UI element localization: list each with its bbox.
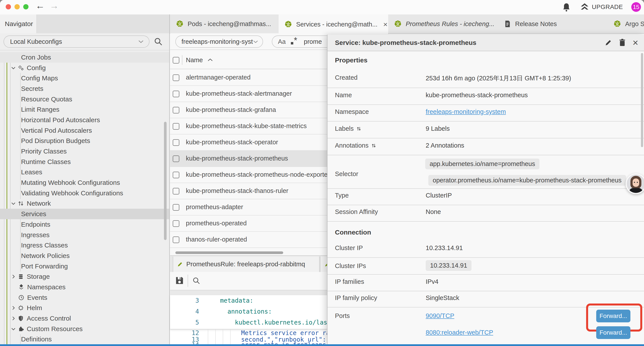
clock-icon — [18, 294, 24, 301]
divider — [182, 55, 182, 65]
property-label: Cluster IPs — [335, 262, 366, 270]
kubeconfig-selector[interactable]: Local Kubeconfigs — [4, 35, 150, 48]
panel-divider[interactable] — [169, 14, 170, 344]
panel-scrollbar[interactable] — [641, 53, 643, 147]
editor-tab-prometheusrule[interactable]: PrometheusRule: freeleaps-prod-rabbitmq — [173, 256, 320, 272]
sidebar-item-config-maps[interactable]: Config Maps — [0, 73, 169, 83]
sidebar-item-priority-classes[interactable]: Priority Classes — [0, 146, 169, 157]
sidebar-item-storage[interactable]: Storage — [0, 271, 169, 282]
tab-label: Argo Se — [625, 20, 644, 27]
sidebar-item-definitions[interactable]: Definitions — [0, 334, 169, 345]
sidebar-item-endpoints[interactable]: Endpoints — [0, 219, 169, 230]
regex-icon[interactable]: * — [291, 38, 297, 45]
sidebar-item-helm[interactable]: Helm — [0, 303, 169, 313]
upgrade-button[interactable]: UPGRADE — [580, 2, 623, 12]
horizontal-scrollbar[interactable] — [175, 251, 283, 254]
row-checkbox[interactable] — [173, 139, 179, 146]
search-icon[interactable] — [154, 37, 163, 46]
row-checkbox[interactable] — [173, 74, 179, 81]
minimize-window-button[interactable] — [14, 4, 20, 9]
close-icon[interactable]: × — [632, 37, 638, 48]
expand-sort-icon[interactable] — [356, 125, 362, 132]
row-checkbox[interactable] — [173, 220, 179, 227]
sidebar-item-network-policies[interactable]: Network Policies — [0, 251, 169, 261]
row-checkbox[interactable] — [173, 123, 179, 130]
line-number: 3 — [170, 297, 199, 304]
divider — [188, 275, 188, 287]
property-value[interactable]: 9 Labels — [426, 125, 450, 132]
sidebar-item-validating-webhook-configurations[interactable]: Validating Webhook Configurations — [0, 188, 169, 198]
tab-prometheus-rules[interactable]: Prometheus Rules - icecheng... — [388, 14, 498, 33]
close-tab-icon[interactable]: × — [383, 20, 388, 29]
database-icon — [18, 273, 24, 280]
tab-release-notes[interactable]: Release Notes — [498, 14, 608, 33]
property-value: SingleStack — [426, 294, 459, 302]
sidebar-item-limit-ranges[interactable]: Limit Ranges — [0, 104, 169, 115]
row-checkbox[interactable] — [173, 91, 179, 97]
property-value[interactable]: 2 Annotations — [426, 142, 464, 149]
sidebar-item-mutating-webhook-configurations[interactable]: Mutating Webhook Configurations — [0, 177, 169, 188]
column-header-name[interactable]: Name — [186, 56, 203, 64]
row-checkbox[interactable] — [173, 204, 179, 211]
port-link[interactable]: 9090/TCP — [426, 312, 454, 320]
sidebar-item-port-forwarding[interactable]: Port Forwarding — [0, 261, 169, 272]
tab-services[interactable]: Services - icecheng@math... × — [278, 14, 388, 34]
sidebar-item-cron-jobs[interactable]: Cron Jobs — [0, 52, 169, 63]
code-line: Metrics service error rate is {{ $va — [241, 330, 327, 336]
back-arrow-icon[interactable]: ← — [36, 0, 45, 11]
row-checkbox[interactable] — [173, 188, 179, 194]
sidebar-item-leases[interactable]: Leases — [0, 167, 169, 178]
sidebar-item-vertical-pod-autoscalers[interactable]: Vertical Pod Autoscalers — [0, 125, 169, 136]
port-link[interactable]: 8080:reloader-web/TCP — [426, 329, 493, 336]
close-window-button[interactable] — [6, 4, 11, 9]
sidebar-item-access-control[interactable]: Access Control — [0, 313, 169, 324]
forward-port-button[interactable]: Forward... — [596, 326, 630, 339]
forward-arrow-icon[interactable]: → — [50, 0, 59, 11]
sidebar-scrollbar[interactable] — [164, 122, 166, 240]
match-case-icon[interactable]: Aa — [278, 38, 286, 45]
section-heading-properties: Properties — [335, 56, 367, 64]
sidebar-item-namespaces[interactable]: Namespaces — [0, 282, 169, 292]
sidebar-item-custom-resources[interactable]: Custom Resources — [0, 324, 169, 334]
search-query: prome — [304, 38, 322, 45]
sort-ascending-icon[interactable] — [207, 58, 213, 61]
namespace-filter-select[interactable]: freeleaps-monitoring-system — [175, 35, 263, 48]
row-checkbox[interactable] — [173, 107, 179, 113]
cluster-ip-chip: 10.233.14.91 — [426, 260, 472, 271]
notification-count-badge[interactable]: 15 — [631, 2, 641, 12]
sidebar-item-runtime-classes[interactable]: Runtime Classes — [0, 157, 169, 167]
property-label: Name — [335, 91, 352, 99]
tab-pods[interactable]: Pods - icecheng@mathmas... — [170, 14, 279, 33]
code-line: annotations: — [220, 308, 272, 315]
sidebar-item-ingress-classes[interactable]: Ingress Classes — [0, 240, 169, 251]
navigator-panel-tab[interactable]: Navigator — [0, 14, 36, 33]
helm-wheel-icon — [18, 305, 24, 311]
select-all-checkbox[interactable] — [173, 57, 179, 63]
maximize-window-button[interactable] — [23, 4, 28, 9]
sidebar-item-resource-quotas[interactable]: Resource Quotas — [0, 94, 169, 104]
sidebar-item-config[interactable]: Config — [0, 63, 169, 73]
forward-port-button[interactable]: Forward... — [596, 310, 630, 322]
pencil-icon — [177, 261, 183, 268]
namespace-link[interactable]: freeleaps-monitoring-system — [426, 108, 506, 115]
sidebar-item-network[interactable]: Network — [0, 198, 169, 209]
save-icon[interactable] — [175, 276, 184, 285]
sidebar-item-services[interactable]: Services — [0, 209, 169, 219]
sidebar-item-pod-disruption-budgets[interactable]: Pod Disruption Budgets — [0, 136, 169, 146]
sidebar-item-secrets[interactable]: Secrets — [0, 83, 169, 94]
sidebar-item-ingresses[interactable]: Ingresses — [0, 230, 169, 240]
row-checkbox[interactable] — [173, 172, 179, 178]
assistant-avatar[interactable] — [626, 173, 644, 194]
editor-search-icon[interactable] — [192, 276, 201, 285]
edit-icon[interactable] — [604, 38, 612, 47]
property-label: Selector — [335, 170, 358, 178]
trash-icon[interactable] — [618, 38, 626, 47]
sidebar-item-horizontal-pod-autoscalers[interactable]: Horizontal Pod Autoscalers — [0, 115, 169, 125]
divider — [170, 49, 327, 50]
bell-icon[interactable] — [562, 2, 571, 12]
tab-argo[interactable]: Argo Se — [608, 14, 644, 33]
row-checkbox[interactable] — [173, 237, 179, 243]
row-checkbox[interactable] — [173, 155, 179, 162]
expand-sort-icon[interactable] — [371, 142, 376, 149]
sidebar-item-events[interactable]: Events — [0, 292, 169, 303]
